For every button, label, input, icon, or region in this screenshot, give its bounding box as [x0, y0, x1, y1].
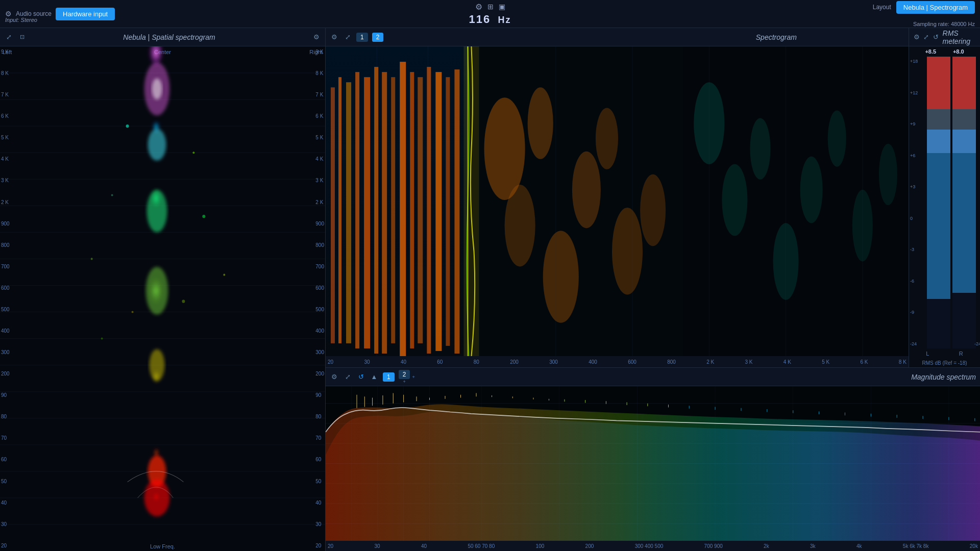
magnitude-freq-axis: 20304050 60 70 80100 200300 400 500700 9… — [326, 541, 980, 551]
right-panels: ⚙ ⤢ 1 2 Spectrogram — [326, 28, 980, 551]
rms-left-value: +8.5 — [925, 48, 936, 55]
rms-l-label: L — [926, 350, 929, 357]
svg-rect-50 — [382, 72, 387, 354]
svg-rect-56 — [435, 72, 442, 351]
center-icons: ⚙ ⊞ ▣ — [475, 2, 505, 12]
spectrogram-visualization — [326, 46, 909, 356]
spectrogram-canvas — [326, 46, 909, 356]
magnitude-panel-title: Magnitude spectrum — [699, 373, 976, 381]
svg-rect-78 — [467, 46, 468, 356]
magnitude-up-icon[interactable]: ▲ — [370, 372, 379, 382]
nebula-spectrogram-button[interactable]: Nebula | Spectrogram — [896, 1, 975, 14]
svg-rect-52 — [400, 62, 406, 356]
magnitude-header: ⚙ ⤢ ↺ ▲ 1 2 + + Magnitude spectrum — [326, 368, 980, 386]
svg-point-35 — [101, 337, 103, 339]
svg-point-29 — [111, 194, 113, 196]
spatial-panel-header: ⤢ ⊡ Nebula | Spatial spectrogram ⚙ — [0, 28, 325, 46]
magnitude-plus-2: + — [412, 374, 414, 380]
rms-reset-icon[interactable]: ↺ — [933, 33, 939, 42]
top-bar: ⚙ Audio source Hardware input Input: Ste… — [0, 0, 980, 28]
rms-right-value: +8.0 — [953, 48, 964, 55]
spatial-gear-icon[interactable]: ⚙ — [312, 33, 321, 42]
magnitude-visualization — [326, 386, 980, 541]
svg-point-67 — [612, 208, 643, 295]
spectrogram-freq-axis: 2030406080 200300400600800 2 K3 K4 K5 K6… — [326, 356, 909, 367]
rms-right-bar — [952, 57, 976, 348]
spectrogram-header: ⚙ ⤢ 1 2 Spectrogram — [326, 28, 909, 46]
svg-point-71 — [722, 164, 747, 236]
spectrogram-tab-2[interactable]: 2 — [372, 33, 384, 42]
svg-rect-59 — [463, 46, 479, 356]
hz-value: 116 — [469, 13, 491, 26]
nebula-visualization — [0, 46, 325, 551]
spatial-spectrogram-panel: ⤢ ⊡ Nebula | Spatial spectrogram ⚙ Left … — [0, 28, 326, 551]
bottom-freq-label: Low Freq. — [150, 543, 175, 549]
svg-rect-55 — [427, 67, 431, 354]
svg-point-26 — [146, 267, 168, 315]
spectrogram-section: ⚙ ⤢ 1 2 Spectrogram — [326, 28, 980, 368]
svg-point-24 — [147, 190, 167, 232]
svg-point-63 — [528, 87, 553, 159]
display-icon[interactable]: ⊞ — [487, 3, 494, 11]
svg-point-33 — [132, 311, 134, 313]
hardware-input-button[interactable]: Hardware input — [56, 8, 115, 20]
svg-rect-46 — [346, 82, 351, 343]
gear-icon[interactable]: ⚙ — [475, 2, 482, 12]
svg-point-41 — [144, 479, 170, 516]
svg-point-64 — [543, 231, 579, 323]
top-bar-right: Layout Nebula | Spectrogram Sampling rat… — [873, 1, 975, 27]
rms-db-ref: RMS dB (Ref = -18) — [909, 359, 980, 367]
freq-labels-right: 9 K8 K7 K6 K5 K 4 K3 K2 K900800 70060050… — [315, 46, 324, 551]
rms-panel-title: RMS metering — [943, 29, 976, 45]
svg-rect-51 — [391, 77, 395, 343]
rms-expand-icon[interactable]: ⤢ — [923, 33, 929, 42]
hz-unit: Hz — [498, 15, 511, 25]
spatial-panel-title: Nebula | Spatial spectrogram — [31, 33, 308, 41]
spectrogram-panel-title: Spectrogram — [648, 33, 904, 41]
freq-labels-left: 9 K8 K7 K6 K5 K 4 K3 K2 K900800 70060050… — [1, 46, 10, 551]
layout-nebula-row: Layout Nebula | Spectrogram — [873, 1, 975, 14]
magnitude-spectrum-panel: ⚙ ⤢ ↺ ▲ 1 2 + + Magnitude spectrum -24-3… — [326, 368, 980, 551]
svg-point-32 — [223, 274, 225, 276]
spectrogram-main: ⚙ ⤢ 1 2 Spectrogram — [326, 28, 909, 367]
audio-source-label: Audio source — [16, 10, 52, 17]
svg-point-66 — [596, 108, 618, 169]
hz-display: 116 Hz — [469, 13, 511, 26]
svg-point-22 — [148, 129, 166, 160]
svg-point-37 — [150, 349, 165, 381]
svg-point-61 — [484, 97, 525, 200]
svg-point-68 — [640, 174, 666, 246]
svg-rect-47 — [355, 72, 359, 348]
magnitude-tab-2[interactable]: 2 — [399, 370, 410, 379]
spectrogram-tab-1[interactable]: 1 — [356, 33, 368, 42]
magnitude-expand-icon[interactable]: ⤢ — [343, 372, 352, 382]
svg-point-27 — [126, 124, 129, 128]
svg-point-75 — [828, 110, 846, 166]
magnitude-gear-icon[interactable]: ⚙ — [330, 372, 339, 382]
svg-point-30 — [202, 215, 205, 218]
svg-point-34 — [182, 300, 185, 303]
svg-point-74 — [800, 157, 823, 223]
svg-rect-48 — [364, 77, 370, 348]
spatial-resize-icon[interactable]: ⊡ — [17, 33, 27, 42]
record-icon[interactable]: ▣ — [499, 3, 505, 11]
spectrogram-gear-icon[interactable]: ⚙ — [330, 33, 339, 42]
rms-left-bar — [927, 57, 950, 348]
svg-point-72 — [750, 118, 770, 179]
svg-point-31 — [91, 258, 93, 260]
svg-point-77 — [879, 144, 897, 205]
spectrogram-expand-icon[interactable]: ⤢ — [343, 33, 352, 42]
rms-header: ⚙ ⤢ ↺ RMS metering — [909, 28, 980, 46]
svg-point-62 — [505, 185, 535, 267]
svg-rect-45 — [338, 77, 341, 343]
rms-gear-icon[interactable]: ⚙ — [913, 33, 920, 42]
rms-r-label: R — [959, 350, 963, 357]
svg-point-65 — [572, 152, 601, 228]
rms-metering-panel: ⚙ ⤢ ↺ RMS metering +8.5 +8.0 +18+12+9+6+… — [909, 28, 980, 367]
magnitude-tab-1[interactable]: 1 — [383, 372, 395, 382]
svg-rect-53 — [410, 72, 414, 348]
svg-point-28 — [192, 152, 194, 154]
magnitude-loop-icon[interactable]: ↺ — [356, 372, 365, 382]
svg-rect-58 — [454, 69, 459, 354]
spatial-expand-icon[interactable]: ⤢ — [4, 33, 13, 42]
